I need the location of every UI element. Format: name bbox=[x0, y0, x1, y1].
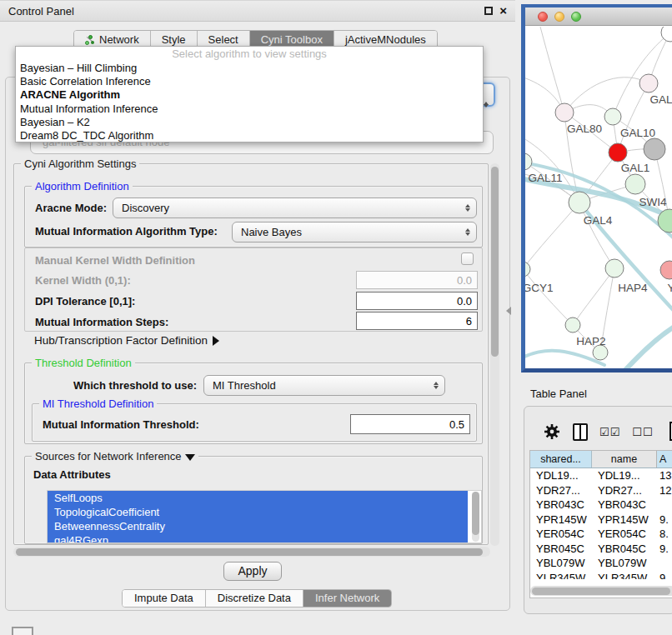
list-scrollbar[interactable] bbox=[472, 492, 479, 542]
settings-horizontal-scrollbar[interactable] bbox=[13, 547, 490, 557]
attribute-list-item[interactable]: gal4RGexp bbox=[48, 533, 468, 543]
attribute-list-item[interactable]: TopologicalCoefficient bbox=[48, 505, 468, 519]
show-columns-icon[interactable] bbox=[573, 423, 588, 441]
float-window-icon[interactable] bbox=[484, 7, 493, 15]
network-node-y[interactable] bbox=[660, 261, 672, 279]
which-threshold-combo[interactable]: MI Threshold bbox=[203, 375, 445, 396]
attribute-list-item[interactable]: SelfLoops bbox=[48, 491, 468, 505]
tab-label: Select bbox=[208, 33, 238, 46]
algorithm-option[interactable]: Bayesian – Hill Climbing bbox=[16, 62, 483, 75]
algorithm-option[interactable]: Basic Correlation Inference bbox=[16, 75, 483, 88]
mi-steps-input[interactable] bbox=[356, 312, 478, 330]
hub-definition-section[interactable]: Hub/Transcription Factor Definition bbox=[34, 334, 219, 347]
table-cell: 9. bbox=[657, 542, 672, 557]
table-cell: 13 bbox=[657, 468, 672, 483]
close-traffic-light-icon[interactable] bbox=[538, 12, 548, 22]
panel-collapse-icon[interactable] bbox=[506, 307, 511, 315]
algorithm-option[interactable]: Dream8 DC_TDC Algorithm bbox=[16, 129, 483, 142]
aracne-mode-value: Discovery bbox=[113, 202, 459, 214]
bottom-tab-impute-data[interactable]: Impute Data bbox=[123, 590, 206, 607]
data-attributes-list[interactable]: SelfLoopsTopologicalCoefficientBetweenne… bbox=[47, 490, 482, 543]
mi-algorithm-type-combo[interactable]: Naive Bayes bbox=[232, 222, 477, 242]
mi-algorithm-type-label: Mutual Information Algorithm Type: bbox=[35, 225, 218, 238]
network-node-gal[interactable] bbox=[639, 74, 658, 92]
aracne-mode-combo[interactable]: Discovery bbox=[113, 198, 477, 218]
table-row[interactable]: YPR145WYPR145W9. bbox=[530, 512, 672, 528]
table-cell: YBL079W bbox=[592, 556, 657, 571]
node-label: GAL80 bbox=[567, 122, 602, 135]
close-icon[interactable]: × bbox=[499, 7, 507, 15]
network-graph: GALGAL80GAL10GAL11GAL1SWI4GAL4GCY1HAP4YH… bbox=[525, 27, 672, 368]
kernel-width-label: Kernel Width (0,1): bbox=[35, 274, 131, 287]
table-toolbar: ☑☑ ☐☐ bbox=[529, 415, 672, 448]
network-node-labels: GALGAL80GAL10GAL11GAL1SWI4GAL4GCY1HAP4YH… bbox=[525, 93, 672, 348]
table-cell: 12 bbox=[657, 483, 672, 498]
table-row[interactable]: YBL079WYBL079W bbox=[530, 556, 672, 571]
tab-label: Cyni Toolbox bbox=[261, 33, 323, 46]
network-node-gal1[interactable] bbox=[625, 174, 645, 194]
zoom-traffic-light-icon[interactable] bbox=[571, 12, 581, 22]
manual-kernel-width-checkbox[interactable] bbox=[461, 252, 474, 265]
network-node[interactable] bbox=[609, 143, 627, 162]
gear-icon[interactable] bbox=[543, 422, 561, 441]
network-node[interactable] bbox=[644, 138, 665, 160]
tab-label: Network bbox=[99, 33, 139, 46]
hub-definition-label: Hub/Transcription Factor Definition bbox=[34, 334, 208, 347]
table-cell: YPR145W bbox=[592, 512, 657, 528]
manual-kernel-width-label: Manual Kernel Width Definition bbox=[35, 254, 195, 267]
apply-button[interactable]: Apply bbox=[223, 562, 282, 581]
mi-steps-label: Mutual Information Steps: bbox=[35, 316, 168, 328]
network-node-hap4[interactable] bbox=[605, 259, 624, 278]
kernel-settings-box: Manual Kernel Width Definition Kernel Wi… bbox=[24, 248, 483, 332]
table-column-header[interactable]: shared... bbox=[530, 451, 592, 468]
table-row[interactable]: YDL19...YDL19...13 bbox=[530, 468, 672, 483]
mi-threshold-definition-title: MI Threshold Definition bbox=[39, 398, 157, 410]
network-node-gal4[interactable] bbox=[569, 192, 590, 213]
collapse-down-icon bbox=[185, 454, 195, 461]
network-node-hap2[interactable] bbox=[565, 318, 580, 332]
algorithm-option[interactable]: Mutual Information Inference bbox=[16, 102, 483, 116]
bottom-tab-discretize-data[interactable]: Discretize Data bbox=[206, 590, 303, 607]
algorithm-option[interactable]: Bayesian – K2 bbox=[16, 116, 483, 129]
combo-stepper-icon bbox=[428, 376, 444, 395]
table-cell: YBR045C bbox=[592, 542, 657, 557]
minimized-panel-icon[interactable] bbox=[12, 627, 33, 635]
settings-vertical-scrollbar[interactable] bbox=[490, 163, 499, 546]
kernel-width-input[interactable] bbox=[356, 271, 478, 289]
screen: Control Panel × NetworkStyleSelectCyni T… bbox=[0, 0, 672, 635]
table-cell: YLR345W bbox=[592, 571, 657, 580]
table-column-header[interactable]: name bbox=[592, 451, 657, 468]
mi-threshold-input[interactable] bbox=[350, 414, 470, 434]
node-table: shared...nameA YDL19...YDL19...13YDR27..… bbox=[529, 450, 672, 598]
attribute-list-item[interactable]: BetweennessCentrality bbox=[48, 519, 468, 533]
table-cell: YER054C bbox=[530, 527, 592, 542]
algorithm-option[interactable]: ARACNE Algorithm bbox=[16, 88, 483, 102]
node-label: GCY1 bbox=[525, 282, 553, 294]
table-cell: YBR043C bbox=[592, 498, 657, 512]
table-cell: 8. bbox=[657, 527, 672, 542]
network-node-gcy1[interactable] bbox=[525, 262, 530, 277]
table-column-header[interactable]: A bbox=[657, 451, 672, 468]
minimize-traffic-light-icon[interactable] bbox=[554, 12, 564, 22]
table-cell: YPR145W bbox=[530, 512, 592, 528]
select-all-checkboxes-icon[interactable]: ☑☑ bbox=[599, 426, 620, 438]
control-panel-title: Control Panel bbox=[0, 5, 74, 18]
table-row[interactable]: YER054CYER054C8. bbox=[530, 527, 672, 542]
table-header-row: shared...nameA bbox=[530, 451, 672, 468]
table-cell: YDR27... bbox=[592, 483, 657, 498]
table-panel: ☑☑ ☐☐ shared...nameA YDL19...YDL19...13Y… bbox=[524, 406, 672, 614]
table-horizontal-scrollbar[interactable] bbox=[530, 586, 672, 596]
network-node-gal11[interactable] bbox=[525, 153, 532, 170]
bottom-tab-infer-network[interactable]: Infer Network bbox=[303, 590, 391, 607]
deselect-all-checkboxes-icon[interactable]: ☐☐ bbox=[632, 426, 653, 438]
dpi-tolerance-input[interactable] bbox=[356, 292, 478, 310]
node-label: Y bbox=[667, 282, 672, 294]
network-node-gal10[interactable] bbox=[604, 108, 621, 125]
network-node-gal80[interactable] bbox=[555, 103, 574, 122]
sources-title[interactable]: Sources for Network Inference bbox=[32, 450, 198, 462]
table-row[interactable]: YBR043CYBR043C bbox=[530, 498, 672, 512]
table-row[interactable]: YLR345WYLR345W9. bbox=[530, 571, 672, 580]
table-row[interactable]: YBR045CYBR045C9. bbox=[530, 542, 672, 557]
network-canvas[interactable]: GALGAL80GAL10GAL11GAL1SWI4GAL4GCY1HAP4YH… bbox=[525, 27, 672, 368]
table-row[interactable]: YDR27...YDR27...12 bbox=[530, 483, 672, 498]
